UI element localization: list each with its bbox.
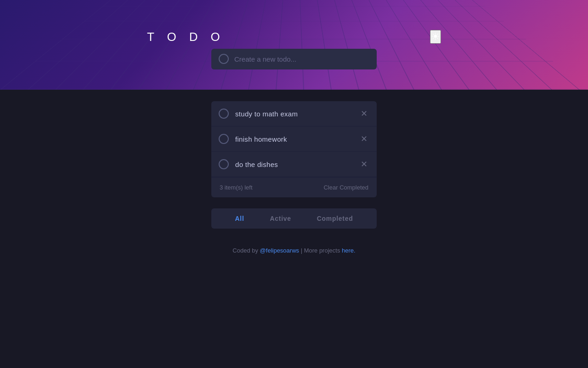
todo-text-3: do the dishes bbox=[235, 161, 359, 168]
filter-tab-all[interactable]: All bbox=[222, 215, 257, 222]
hero-header: T O D O ☀ bbox=[147, 21, 441, 49]
credits-author-link[interactable]: @felipesoarws bbox=[260, 247, 299, 254]
todo-item-1: study to math exam ✕ bbox=[211, 101, 377, 126]
filter-tab-active[interactable]: Active bbox=[257, 215, 304, 222]
todo-check-1[interactable] bbox=[219, 109, 229, 119]
app-title: T O D O bbox=[147, 30, 225, 44]
main-section: study to math exam ✕ finish homework ✕ d… bbox=[0, 90, 588, 368]
delete-btn-2[interactable]: ✕ bbox=[359, 135, 369, 143]
credits-separator: | More projects bbox=[299, 247, 342, 254]
new-todo-input[interactable] bbox=[211, 49, 377, 69]
theme-toggle-button[interactable]: ☀ bbox=[430, 30, 441, 44]
todo-check-2[interactable] bbox=[219, 134, 229, 144]
new-todo-input-wrap bbox=[211, 49, 377, 69]
todo-footer: 3 item(s) left Clear Completed bbox=[211, 177, 377, 197]
todo-text-1: study to math exam bbox=[235, 110, 359, 118]
new-todo-circle bbox=[219, 54, 229, 64]
todo-item-2: finish homework ✕ bbox=[211, 126, 377, 152]
todo-check-3[interactable] bbox=[219, 159, 229, 169]
todo-item-3: do the dishes ✕ bbox=[211, 152, 377, 177]
hero-section: T O D O ☀ bbox=[0, 0, 588, 90]
todo-text-2: finish homework bbox=[235, 135, 359, 143]
items-left-count: 3 item(s) left bbox=[220, 184, 253, 191]
credits-here-link[interactable]: here. bbox=[342, 247, 356, 254]
filter-tab-completed[interactable]: Completed bbox=[304, 215, 366, 222]
filter-tabs: All Active Completed bbox=[211, 208, 377, 229]
credits-prefix: Coded by bbox=[232, 247, 260, 254]
clear-completed-button[interactable]: Clear Completed bbox=[323, 184, 368, 191]
footer-credits: Coded by @felipesoarws | More projects h… bbox=[232, 247, 355, 254]
delete-btn-1[interactable]: ✕ bbox=[359, 109, 369, 118]
todo-list-container: study to math exam ✕ finish homework ✕ d… bbox=[211, 101, 377, 197]
delete-btn-3[interactable]: ✕ bbox=[359, 160, 369, 168]
